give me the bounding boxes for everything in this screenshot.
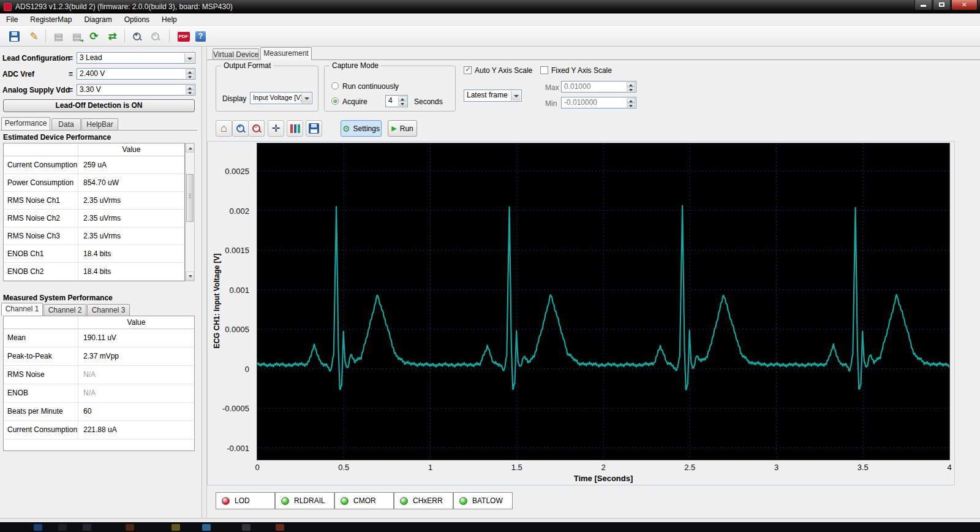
- taskbar-icon[interactable]: [126, 524, 134, 531]
- tab-virtual-device[interactable]: Virtual Device: [213, 48, 259, 60]
- settings-button[interactable]: ⚙ Settings: [341, 120, 382, 137]
- spin-up-icon[interactable]: [398, 96, 407, 101]
- scroll-down-icon[interactable]: [186, 272, 194, 281]
- plot-zoom-out-button[interactable]: −: [248, 120, 265, 137]
- value-header: Value: [78, 143, 184, 156]
- acquire-label[interactable]: Acquire: [342, 97, 368, 106]
- tab-data[interactable]: Data: [51, 118, 81, 130]
- scrollbar-thumb[interactable]: [186, 174, 194, 222]
- chxerr-label: CHxERR: [413, 496, 443, 505]
- table-scrollbar[interactable]: [185, 143, 195, 281]
- y-min-spinner[interactable]: -0.010000: [561, 97, 636, 108]
- vdd-spinner[interactable]: 3.30 V: [77, 84, 195, 96]
- tab-helpbar[interactable]: HelpBar: [81, 118, 118, 130]
- plot-area[interactable]: [257, 143, 950, 460]
- table-row[interactable]: Beats per Minute60: [4, 403, 194, 421]
- table-row[interactable]: RMS NoiseN/A: [4, 366, 194, 384]
- estimated-performance-table: Value Current Consumption259 uA Power Co…: [3, 143, 185, 281]
- table-row[interactable]: Current Consumption259 uA: [4, 156, 184, 174]
- spin-down-icon[interactable]: [186, 74, 194, 79]
- scroll-up-icon[interactable]: [186, 143, 194, 153]
- tab-channel-1[interactable]: Channel 1: [1, 303, 43, 316]
- zoom-in-icon: +: [132, 32, 142, 42]
- table-row[interactable]: ENOBN/A: [4, 384, 194, 403]
- save-button[interactable]: [6, 28, 23, 45]
- tab-measurement[interactable]: Measurement: [260, 47, 312, 60]
- minimize-button[interactable]: [914, 0, 932, 10]
- plot-zoom-in-button[interactable]: +: [232, 120, 249, 137]
- auto-y-label[interactable]: Auto Y Axis Scale: [475, 66, 532, 75]
- plot-home-button[interactable]: ⌂: [216, 120, 232, 137]
- import-button[interactable]: ▤: [69, 28, 85, 45]
- table-row[interactable]: Power Consumption854.70 uW: [4, 174, 184, 192]
- toolbar-separator: [169, 29, 170, 43]
- menu-diagram[interactable]: Diagram: [78, 13, 118, 25]
- taskbar-icon[interactable]: [34, 524, 42, 531]
- taskbar-icon[interactable]: [83, 524, 91, 531]
- zoom-out-button[interactable]: −: [147, 28, 164, 45]
- run-continuously-label[interactable]: Run continuously: [342, 82, 399, 91]
- table-row[interactable]: RMS Noise Ch22.35 uVrms: [4, 210, 184, 227]
- spin-up-icon[interactable]: [186, 69, 194, 74]
- tab-channel-3[interactable]: Channel 3: [87, 304, 130, 316]
- edit-button[interactable]: ✎: [26, 28, 42, 45]
- chevron-down-icon[interactable]: [511, 91, 521, 101]
- menu-options[interactable]: Options: [118, 13, 156, 25]
- spin-down-icon[interactable]: [398, 101, 407, 106]
- leadoff-detection-button[interactable]: Lead-Off Detection is ON: [3, 99, 195, 112]
- table-row[interactable]: Current Consumption221.88 uA: [4, 421, 194, 439]
- menu-help[interactable]: Help: [156, 13, 183, 25]
- spin-up-icon[interactable]: [627, 98, 635, 103]
- spin-up-icon[interactable]: [186, 85, 194, 90]
- plot-save-button[interactable]: [306, 120, 322, 137]
- menu-registermap[interactable]: RegisterMap: [24, 13, 78, 25]
- chevron-down-icon[interactable]: [184, 53, 194, 63]
- table-row[interactable]: ENOB Ch218.4 bits: [4, 263, 184, 281]
- table-row[interactable]: RMS Noise Ch32.35 uVrms: [4, 227, 184, 245]
- taskbar-icon[interactable]: [58, 524, 67, 531]
- spin-up-icon[interactable]: [627, 82, 635, 87]
- table-row[interactable]: ENOB Ch118.4 bits: [4, 245, 184, 263]
- transfer-button[interactable]: ⇄: [104, 28, 121, 45]
- paste-button[interactable]: ▤: [50, 28, 67, 45]
- acquire-radio[interactable]: [331, 97, 339, 105]
- display-format-dropdown[interactable]: Input Voltage [V]: [250, 92, 312, 104]
- frame-mode-dropdown[interactable]: Latest frame: [464, 89, 522, 102]
- zoom-in-button[interactable]: +: [129, 28, 145, 45]
- adc-vref-spinner[interactable]: 2.400 V: [77, 68, 195, 80]
- plot-pan-button[interactable]: ✛: [268, 120, 284, 137]
- panel-splitter[interactable]: [203, 47, 207, 518]
- taskbar-icon[interactable]: [202, 524, 211, 531]
- table-row[interactable]: Peak-to-Peak2.37 mVpp: [4, 348, 194, 366]
- export-pdf-button[interactable]: PDF: [175, 28, 192, 45]
- taskbar-icon[interactable]: [276, 524, 284, 531]
- run-continuously-radio[interactable]: [331, 82, 339, 89]
- status-batlow: BATLOW: [453, 492, 513, 509]
- run-button[interactable]: ▶ Run: [388, 120, 417, 137]
- table-row[interactable]: Mean190.11 uV: [4, 329, 194, 348]
- spin-down-icon[interactable]: [627, 87, 635, 92]
- value-header: Value: [78, 316, 194, 329]
- fixed-y-label[interactable]: Fixed Y Axis Scale: [551, 66, 612, 75]
- refresh-button[interactable]: ⟳: [86, 28, 102, 45]
- close-button[interactable]: ✕: [951, 0, 978, 10]
- y-max-spinner[interactable]: 0.01000: [561, 81, 636, 93]
- maximize-button[interactable]: [933, 0, 951, 10]
- acquire-seconds-spinner[interactable]: 4: [385, 95, 408, 107]
- lead-config-dropdown[interactable]: 3 Lead: [77, 52, 195, 64]
- spin-down-icon[interactable]: [186, 90, 194, 95]
- taskbar-icon[interactable]: [172, 524, 180, 531]
- help-button[interactable]: ?: [192, 28, 209, 45]
- tab-channel-2[interactable]: Channel 2: [43, 304, 86, 316]
- y-tick-label: 0.001: [229, 285, 249, 294]
- spin-down-icon[interactable]: [627, 103, 635, 108]
- menu-file[interactable]: File: [0, 13, 24, 25]
- taskbar-icon[interactable]: [242, 524, 251, 531]
- plot-axis-scale-button[interactable]: [287, 120, 303, 137]
- chevron-down-icon[interactable]: [301, 93, 311, 103]
- fixed-y-checkbox[interactable]: [540, 66, 548, 74]
- table-row[interactable]: RMS Noise Ch12.35 uVrms: [4, 192, 184, 210]
- auto-y-checkbox[interactable]: [464, 66, 472, 74]
- ecg-plot-svg[interactable]: [257, 143, 949, 460]
- tab-performance[interactable]: Performance: [1, 117, 50, 130]
